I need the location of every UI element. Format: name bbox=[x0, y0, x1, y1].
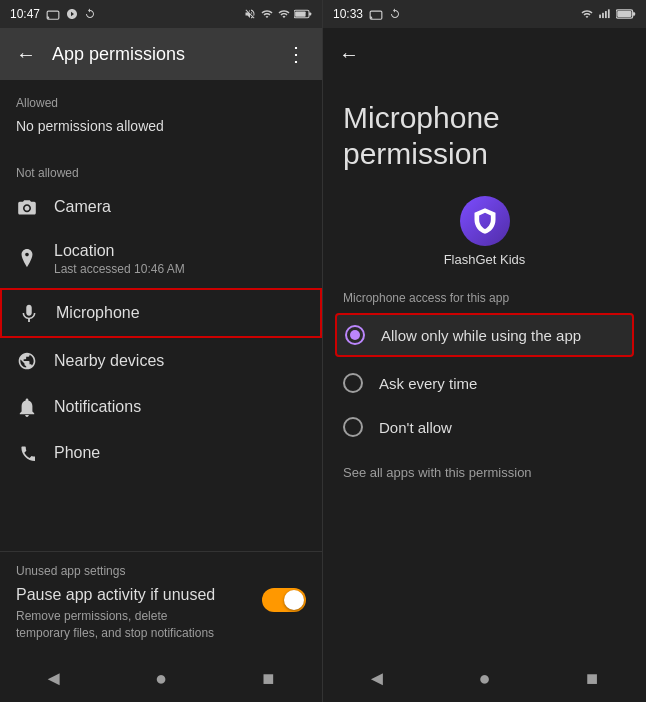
left-panel: 10:47 ← App permissions ⋮ Allowed No per… bbox=[0, 0, 323, 702]
right-content: Microphone permission FlashGet Kids Micr… bbox=[323, 80, 646, 654]
no-permissions-text: No permissions allowed bbox=[0, 114, 322, 150]
back-button-left[interactable]: ← bbox=[16, 43, 36, 66]
location-name: Location bbox=[54, 242, 306, 260]
radio-circle-ask bbox=[343, 373, 363, 393]
radio-circle-allow bbox=[345, 325, 365, 345]
app-name: FlashGet Kids bbox=[444, 252, 526, 267]
time-right: 10:33 bbox=[333, 7, 363, 21]
permission-item-location[interactable]: Location Last accessed 10:46 AM bbox=[0, 230, 322, 288]
signal-icon-right bbox=[598, 8, 612, 20]
unused-label: Unused app settings bbox=[16, 564, 306, 578]
menu-button[interactable]: ⋮ bbox=[286, 42, 306, 66]
phone-name: Phone bbox=[54, 444, 306, 462]
permission-page-title: Microphone permission bbox=[343, 100, 626, 172]
recents-nav-right[interactable]: ■ bbox=[572, 658, 612, 698]
home-nav-left[interactable]: ● bbox=[141, 658, 181, 698]
phone-icon bbox=[16, 442, 38, 464]
toolbar-title: App permissions bbox=[52, 44, 270, 65]
right-status-time: 10:33 bbox=[333, 7, 401, 21]
radio-option-allow-while-using[interactable]: Allow only while using the app bbox=[335, 313, 634, 357]
app-icon-container: FlashGet Kids bbox=[343, 196, 626, 267]
microphone-text: Microphone bbox=[56, 304, 304, 322]
see-all-link[interactable]: See all apps with this permission bbox=[343, 449, 626, 496]
right-nav-bar: ◄ ● ■ bbox=[323, 654, 646, 702]
sync-icon-right bbox=[389, 8, 401, 20]
right-status-icons bbox=[580, 8, 636, 20]
svg-rect-10 bbox=[633, 12, 636, 15]
right-panel: 10:33 ← Microphone permission FlashGet K… bbox=[323, 0, 646, 702]
right-status-bar: 10:33 bbox=[323, 0, 646, 28]
permission-item-notifications[interactable]: Notifications bbox=[0, 384, 322, 430]
camera-icon bbox=[16, 196, 38, 218]
camera-text: Camera bbox=[54, 198, 306, 216]
recents-nav-left[interactable]: ■ bbox=[248, 658, 288, 698]
radio-label-ask: Ask every time bbox=[379, 375, 477, 392]
battery-icon-left bbox=[294, 8, 312, 20]
access-label: Microphone access for this app bbox=[343, 291, 626, 305]
back-button-right[interactable]: ← bbox=[339, 43, 359, 66]
pause-sub: Remove permissions, delete temporary fil… bbox=[16, 608, 216, 642]
pause-title: Pause app activity if unused bbox=[16, 586, 216, 604]
right-toolbar: ← bbox=[323, 28, 646, 80]
radio-option-dont-allow[interactable]: Don't allow bbox=[343, 405, 626, 449]
back-nav-right[interactable]: ◄ bbox=[357, 658, 397, 698]
svg-rect-7 bbox=[605, 11, 607, 18]
phone-text: Phone bbox=[54, 444, 306, 462]
permission-item-microphone[interactable]: Microphone bbox=[0, 288, 322, 338]
location-icon bbox=[16, 248, 38, 270]
left-toolbar: ← App permissions ⋮ bbox=[0, 28, 322, 80]
pause-text-block: Pause app activity if unused Remove perm… bbox=[16, 586, 216, 642]
camera-name: Camera bbox=[54, 198, 306, 216]
nearby-text: Nearby devices bbox=[54, 352, 306, 370]
microphone-name: Microphone bbox=[56, 304, 304, 322]
location-sub: Last accessed 10:46 AM bbox=[54, 262, 306, 276]
screen-cast-icon bbox=[46, 7, 60, 21]
permission-item-camera[interactable]: Camera bbox=[0, 184, 322, 230]
radio-option-ask-every-time[interactable]: Ask every time bbox=[343, 361, 626, 405]
app-icon bbox=[460, 196, 510, 246]
home-nav-right[interactable]: ● bbox=[464, 658, 504, 698]
back-nav-left[interactable]: ◄ bbox=[34, 658, 74, 698]
permission-item-nearby[interactable]: Nearby devices bbox=[0, 338, 322, 384]
notifications-name: Notifications bbox=[54, 398, 306, 416]
svg-rect-5 bbox=[599, 15, 601, 18]
notifications-text: Notifications bbox=[54, 398, 306, 416]
pause-toggle[interactable] bbox=[262, 588, 306, 612]
radio-circle-deny bbox=[343, 417, 363, 437]
pause-row: Pause app activity if unused Remove perm… bbox=[16, 586, 306, 642]
left-status-time: 10:47 bbox=[10, 7, 96, 21]
screen-icon-right bbox=[369, 7, 383, 21]
allowed-section-label: Allowed bbox=[0, 80, 322, 114]
sync-icon-left bbox=[84, 8, 96, 20]
svg-rect-3 bbox=[295, 11, 306, 16]
time-left: 10:47 bbox=[10, 7, 40, 21]
notifications-icon bbox=[16, 396, 38, 418]
location-text: Location Last accessed 10:46 AM bbox=[54, 242, 306, 276]
microphone-icon bbox=[18, 302, 40, 324]
radio-label-allow: Allow only while using the app bbox=[381, 327, 581, 344]
svg-rect-11 bbox=[617, 11, 631, 17]
radio-label-deny: Don't allow bbox=[379, 419, 452, 436]
battery-icon-right bbox=[616, 8, 636, 20]
svg-rect-2 bbox=[309, 13, 311, 16]
nearby-name: Nearby devices bbox=[54, 352, 306, 370]
nearby-icon bbox=[16, 350, 38, 372]
mute-icon bbox=[244, 8, 256, 20]
rotate-icon bbox=[66, 8, 78, 20]
svg-rect-8 bbox=[608, 9, 610, 18]
wifi-icon-right bbox=[580, 8, 594, 20]
signal-icon-left bbox=[278, 8, 290, 20]
left-nav-bar: ◄ ● ■ bbox=[0, 654, 322, 702]
left-status-icons bbox=[244, 8, 312, 20]
permission-item-phone[interactable]: Phone bbox=[0, 430, 322, 476]
unused-section: Unused app settings Pause app activity i… bbox=[0, 551, 322, 654]
svg-rect-6 bbox=[602, 13, 604, 18]
left-status-bar: 10:47 bbox=[0, 0, 322, 28]
wifi-icon-left bbox=[260, 8, 274, 20]
not-allowed-section-label: Not allowed bbox=[0, 150, 322, 184]
